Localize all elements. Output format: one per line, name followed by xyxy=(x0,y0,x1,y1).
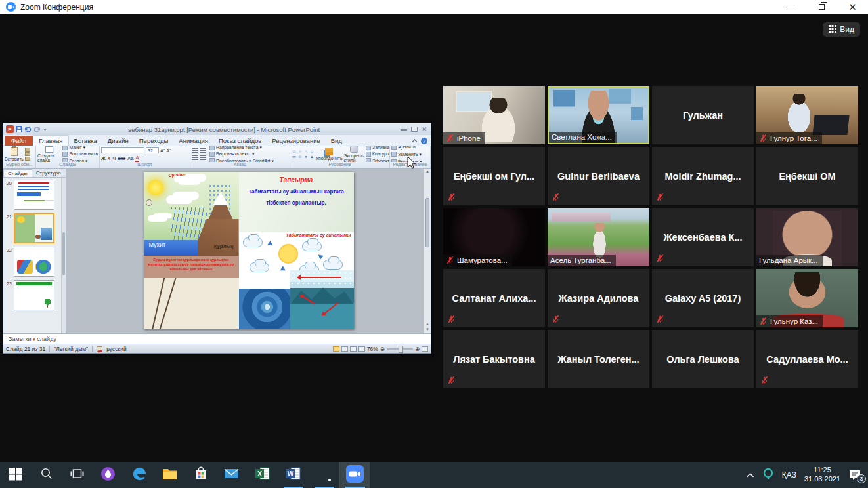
zoom-out-icon[interactable]: ⊖ xyxy=(380,346,385,352)
participant-tile[interactable]: Гульнур Каз... xyxy=(756,269,858,327)
zoom-slider[interactable] xyxy=(387,348,413,350)
slide-sorter-view-button[interactable] xyxy=(341,346,348,352)
view-button[interactable]: Вид xyxy=(823,22,860,37)
taskbar-edge-button[interactable] xyxy=(123,462,154,488)
cut-icon[interactable] xyxy=(25,148,30,152)
participant-tile[interactable]: Galaxy A5 (2017) xyxy=(652,269,754,327)
help-icon[interactable]: ? xyxy=(421,138,427,144)
slide-thumbnail-23[interactable]: 23 xyxy=(5,280,60,310)
scrollbar-thumb[interactable] xyxy=(425,198,429,247)
reset-button[interactable]: Восстановить xyxy=(62,151,98,157)
participant-tile[interactable]: Гульжан xyxy=(652,86,754,144)
normal-view-button[interactable] xyxy=(333,346,339,352)
font-style-icon[interactable]: Ж xyxy=(101,155,106,161)
taskbar-task-view-button[interactable] xyxy=(62,462,93,488)
shape-outline-button[interactable]: Контур фигуры ▾ xyxy=(366,151,389,157)
shape-icon[interactable]: ▲ xyxy=(309,155,315,159)
action-center-button[interactable]: 3 xyxy=(848,469,861,481)
participant-tile[interactable]: Асель Турганба... xyxy=(548,208,649,266)
participant-tile[interactable]: Светлана Хожа... xyxy=(548,86,649,144)
font-style-icon[interactable]: abc xyxy=(118,155,125,161)
clock[interactable]: 11:25 31.03.2021 xyxy=(804,466,840,484)
save-button[interactable] xyxy=(16,126,22,132)
align-text-button[interactable]: Выровнять текст ▾ xyxy=(209,151,274,157)
taskbar-explorer-button[interactable] xyxy=(154,462,185,488)
font-style-icon[interactable]: К xyxy=(108,155,110,161)
shape-icon[interactable]: ▭ xyxy=(292,155,297,159)
participant-tile[interactable]: Садуллаева Мо... xyxy=(756,330,858,388)
undo-button[interactable] xyxy=(24,126,32,132)
participant-tile[interactable]: Жаныл Толеген... xyxy=(548,330,649,388)
participant-tile[interactable]: Гулнур Тога... xyxy=(756,86,858,144)
shape-fill-button[interactable]: Заливка фигуры ▾ xyxy=(366,146,389,150)
shape-icon[interactable]: △ xyxy=(303,150,309,154)
font-style-icon[interactable]: Ч xyxy=(112,155,116,161)
shape-icon[interactable]: ● xyxy=(303,155,309,159)
restore-button[interactable] xyxy=(806,0,837,14)
copy-icon[interactable] xyxy=(25,152,30,156)
collapse-ribbon-icon[interactable] xyxy=(412,139,418,143)
layout-button[interactable]: Макет ▾ xyxy=(62,146,98,150)
participant-tile[interactable]: Салтанат Алиха... xyxy=(443,269,545,327)
taskbar-word-button[interactable]: W xyxy=(278,462,309,488)
ribbon-tab-Показ слайдов[interactable]: Показ слайдов xyxy=(213,136,267,146)
participant-tile[interactable]: Moldir Zhumag... xyxy=(652,147,754,205)
numbered-list-icon[interactable] xyxy=(200,148,206,153)
thumbnails-scrollbar[interactable] xyxy=(61,178,66,333)
paste-button[interactable]: Вставить xyxy=(5,147,24,161)
spellcheck-icon[interactable] xyxy=(97,346,102,352)
slides-tab[interactable]: Слайды xyxy=(3,169,32,177)
participant-tile[interactable]: Жазира Адилова xyxy=(548,269,649,327)
close-button[interactable]: ✕ xyxy=(837,0,868,14)
shape-icon[interactable]: ◇ xyxy=(309,150,315,154)
find-button[interactable]: А̭Найти xyxy=(391,146,422,150)
arrange-button[interactable]: Упорядочить xyxy=(316,148,342,161)
ribbon-tab-Рецензирование[interactable]: Рецензирование xyxy=(267,136,325,146)
grow-shrink-font-icons[interactable]: Aˉ Aˉ xyxy=(160,148,171,153)
slide-thumbnail-20[interactable]: 20 xyxy=(5,180,60,210)
ribbon-tab-Переходы[interactable]: Переходы xyxy=(134,136,174,146)
shape-icon[interactable]: ○ xyxy=(297,150,303,154)
ribbon-tab-Главная[interactable]: Главная xyxy=(33,135,68,146)
taskbar-mail-button[interactable] xyxy=(216,462,247,488)
font-style-icon[interactable]: А xyxy=(135,155,139,162)
tray-chevron-icon[interactable] xyxy=(746,469,754,481)
scroll-up-icon[interactable]: ▲ xyxy=(424,169,431,173)
language-switcher[interactable]: ҚАЗ xyxy=(782,470,796,479)
font-style-icon[interactable]: Aa xyxy=(127,155,133,161)
slideshow-view-button[interactable] xyxy=(358,346,365,352)
taskbar-chrome-button[interactable] xyxy=(309,462,339,488)
participant-tile[interactable]: Ольга Лешкова xyxy=(652,330,754,388)
participant-tile[interactable]: iPhone xyxy=(443,86,545,144)
participant-tile[interactable]: Шамуратова... xyxy=(443,208,545,266)
bullet-list-icon[interactable] xyxy=(192,148,198,153)
taskbar-start-button[interactable] xyxy=(0,462,31,488)
taskbar-assistant-button[interactable] xyxy=(93,462,123,488)
slide-canvas[interactable]: Су айналымы Булану Құр xyxy=(144,172,354,329)
participant-tile[interactable]: Еңбекші ОМ xyxy=(756,147,858,205)
ribbon-tab-Дизайн[interactable]: Дизайн xyxy=(102,136,134,146)
tray-headset-icon[interactable] xyxy=(762,468,774,483)
ribbon-tab-Вид[interactable]: Вид xyxy=(326,136,347,146)
editor-scrollbar[interactable]: ▲ ▲▼ xyxy=(423,169,431,333)
taskbar-zoom-button[interactable] xyxy=(339,462,370,488)
ppt-restore-button[interactable] xyxy=(411,127,418,132)
ribbon-tab-Анимация[interactable]: Анимация xyxy=(173,136,213,146)
shapes-gallery[interactable]: □○△◇▭☆●▲ xyxy=(292,150,315,159)
reading-view-button[interactable] xyxy=(350,346,357,352)
ribbon-tab-Файл[interactable]: Файл xyxy=(5,136,33,146)
participant-tile[interactable]: Гульдана Арык... xyxy=(756,208,858,266)
minimize-button[interactable] xyxy=(775,0,806,14)
participant-tile[interactable]: Лязат Бакытовна xyxy=(443,330,545,388)
quick-styles-button[interactable]: Экспресс-стили xyxy=(343,146,364,162)
format-painter-icon[interactable] xyxy=(25,157,30,161)
slide-thumbnail-21[interactable]: 21 xyxy=(5,213,60,243)
participant-tile[interactable]: Жексенбаева К... xyxy=(652,208,754,266)
shape-icon[interactable]: ☆ xyxy=(297,155,303,159)
text-direction-button[interactable]: Направление текста ▾ xyxy=(209,146,274,150)
ppt-minimize-button[interactable] xyxy=(401,129,407,131)
align-center-icon[interactable] xyxy=(200,155,206,161)
zoom-in-icon[interactable]: ⊕ xyxy=(415,346,420,352)
new-slide-button[interactable]: Создать слайд xyxy=(37,146,61,162)
taskbar-search-button[interactable] xyxy=(31,462,62,488)
